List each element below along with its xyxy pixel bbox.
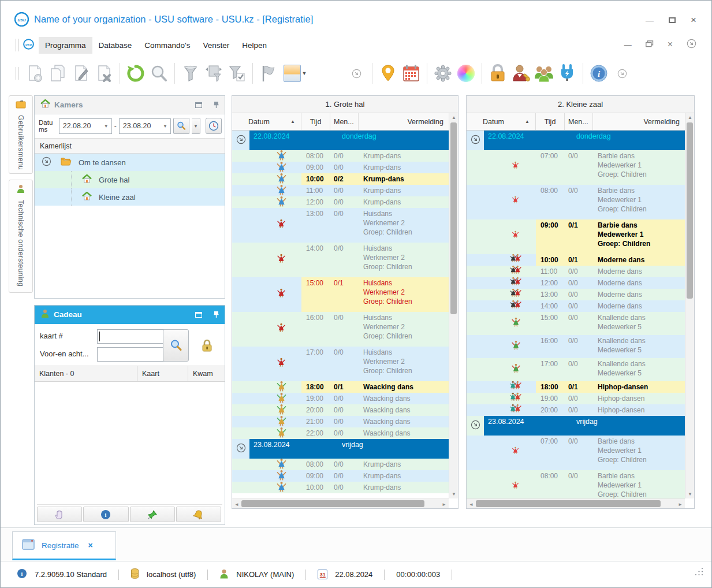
scroll-up-icon[interactable]: ▲: [688, 115, 692, 120]
collapse-arrow-icon[interactable]: [236, 443, 246, 459]
column-vermelding[interactable]: Vermelding: [359, 113, 449, 130]
scroll-thumb[interactable]: [476, 500, 661, 507]
menu-item-venster[interactable]: Venster: [196, 37, 236, 54]
collapse-arrow-icon[interactable]: [471, 135, 480, 150]
date-group-row[interactable]: 22.08.2024donderdag: [467, 131, 685, 150]
color-wheel-button[interactable]: [454, 62, 478, 85]
schedule-row[interactable]: 10:000/2Krump-dans: [232, 173, 449, 185]
minimize-button[interactable]: —: [646, 16, 654, 25]
panel-restore-icon[interactable]: [195, 102, 202, 108]
column-vermelding[interactable]: Vermelding: [593, 113, 685, 130]
column-mensen[interactable]: Men...: [565, 113, 593, 130]
filter-layout-button[interactable]: [202, 62, 225, 85]
schedule-row[interactable]: 10:000/0Krump-dans: [232, 482, 449, 493]
date-to-select[interactable]: 23.08.20▼: [119, 118, 171, 134]
column-mensen[interactable]: Men...: [330, 113, 359, 130]
panel-pin-icon[interactable]: [214, 101, 219, 109]
schedule-row[interactable]: 14:000/0Moderne dans: [467, 300, 685, 312]
scroll-down-icon[interactable]: ▼: [688, 492, 692, 497]
image-style-button[interactable]: ▼: [280, 62, 310, 85]
schedule-row[interactable]: 16:000/0Knallende dansMedewerker 5: [467, 335, 685, 358]
tree-item-grote-hal[interactable]: Grote hal: [35, 171, 225, 188]
menu-item-commando-s[interactable]: Commando's: [138, 37, 196, 54]
menu-item-helpen[interactable]: Helpen: [236, 37, 273, 54]
maximize-button[interactable]: [669, 17, 676, 23]
schedule-row[interactable]: 13:000/0Moderne dans: [467, 289, 685, 300]
schedule-row[interactable]: 19:000/0Hiphop-dansen: [467, 393, 685, 404]
resize-grip[interactable]: [695, 567, 703, 578]
sidebar-tab-gebruikersmenu[interactable]: Gebruikersmenu: [9, 95, 33, 174]
panel-restore-icon[interactable]: [195, 312, 202, 318]
scroll-left-icon[interactable]: ◄: [469, 502, 474, 507]
user-permissions-button[interactable]: [509, 62, 532, 85]
info-small-button[interactable]: i: [83, 507, 128, 522]
user-groups-button[interactable]: [532, 62, 556, 85]
schedule-row[interactable]: 15:000/0Knallende dansMedewerker 5: [467, 312, 685, 335]
copy-record-button[interactable]: [46, 62, 69, 85]
tree-item-kleine-zaal[interactable]: Kleine zaal: [35, 188, 225, 206]
mdi-close-button[interactable]: ×: [668, 39, 673, 50]
schedule-row[interactable]: 17:000/0Knallende dansMedewerker 5: [467, 358, 685, 381]
date-search-dropdown[interactable]: ▼: [192, 118, 200, 134]
vertical-scrollbar[interactable]: ▲▼: [449, 113, 458, 498]
scroll-thumb[interactable]: [687, 122, 693, 299]
settings-gear-button[interactable]: [431, 62, 454, 85]
schedule-row[interactable]: 22:000/0Waacking dans: [232, 427, 449, 439]
schedule-row[interactable]: 16:000/0HuisdansWerknemer 2Groep: Childr…: [232, 312, 449, 347]
hand-button[interactable]: [37, 507, 82, 522]
filter-button[interactable]: [179, 62, 202, 85]
schedule-row[interactable]: 07:000/0Barbie dansMedewerker 1Groep: Ch…: [467, 150, 685, 185]
horizontal-scrollbar[interactable]: ◄►: [232, 498, 449, 508]
schedule-row[interactable]: 12:000/0Krump-dans: [232, 196, 449, 208]
date-group-row[interactable]: 23.08.2024vrijdag: [467, 416, 685, 436]
scroll-right-icon[interactable]: ►: [678, 502, 683, 507]
search-button[interactable]: [147, 62, 170, 85]
schedule-row[interactable]: 20:000/0Waacking dans: [232, 404, 449, 416]
lock-button[interactable]: [486, 62, 509, 85]
time-filter-button[interactable]: [206, 118, 222, 134]
schedule-row[interactable]: 21:000/0Waacking dans: [232, 416, 449, 427]
column-tijd[interactable]: Tijd: [301, 113, 330, 130]
collapse-arrow-icon[interactable]: [42, 157, 51, 168]
pushpin-button[interactable]: [130, 507, 175, 522]
column-tijd[interactable]: Tijd: [536, 113, 565, 130]
scroll-thumb[interactable]: [241, 500, 424, 507]
plugin-button[interactable]: [556, 62, 579, 85]
toolbar-overflow-right-icon[interactable]: [610, 62, 633, 85]
menu-overflow-icon[interactable]: [687, 39, 696, 50]
schedule-row[interactable]: 12:000/0Moderne dans: [467, 277, 685, 289]
schedule-row[interactable]: 09:000/1Barbie dansMedewerker 1Groep: Ch…: [467, 219, 685, 254]
kamerlijst-column-header[interactable]: Kamerlijst: [35, 138, 225, 154]
add-record-button[interactable]: [23, 62, 46, 85]
mdi-minimize-button[interactable]: —: [624, 40, 632, 49]
schedule-row[interactable]: 20:000/0Hiphop-dansen: [467, 404, 685, 416]
schedule-row[interactable]: 08:000/0Barbie dansMedewerker 1Groep: Ch…: [467, 470, 685, 498]
toolbar-overflow-left-icon[interactable]: [345, 62, 368, 85]
schedule-row[interactable]: 09:000/0Krump-dans: [232, 162, 449, 173]
horizontal-scrollbar[interactable]: ◄►: [467, 498, 685, 508]
schedule-row[interactable]: 19:000/0Waacking dans: [232, 393, 449, 404]
mdi-restore-button[interactable]: [646, 40, 654, 49]
schedule-row[interactable]: 13:000/0HuisdansWerknemer 2Groep: Childr…: [232, 208, 449, 243]
bell-button[interactable]: [176, 507, 221, 522]
column-datum[interactable]: Datum▲: [467, 113, 536, 130]
schedule-row[interactable]: 11:000/0Moderne dans: [467, 266, 685, 277]
schedule-row[interactable]: 08:000/0Barbie dansMedewerker 1Groep: Ch…: [467, 185, 685, 219]
lock-icon[interactable]: [201, 339, 213, 355]
date-search-button[interactable]: [173, 118, 189, 134]
scroll-up-icon[interactable]: ▲: [452, 115, 456, 120]
calendar-button[interactable]: [400, 62, 423, 85]
schedule-row[interactable]: 11:000/0Krump-dans: [232, 185, 449, 196]
scroll-thumb[interactable]: [450, 122, 457, 314]
date-from-select[interactable]: 22.08.20▼: [59, 118, 112, 134]
refresh-button[interactable]: [124, 62, 147, 85]
filter-check-button[interactable]: [225, 62, 248, 85]
schedule-row[interactable]: 15:000/1HuisdansWerknemer 2Groep: Childr…: [232, 277, 449, 312]
tab-close-icon[interactable]: ×: [88, 541, 93, 550]
vertical-scrollbar[interactable]: ▲▼: [685, 113, 694, 498]
menu-item-programma[interactable]: Programma: [39, 37, 92, 54]
edit-record-button[interactable]: [69, 62, 92, 85]
schedule-row[interactable]: 09:000/0Krump-dans: [232, 470, 449, 482]
date-group-row[interactable]: 23.08.2024vrijdag: [232, 439, 449, 459]
delete-record-button[interactable]: [92, 62, 115, 85]
